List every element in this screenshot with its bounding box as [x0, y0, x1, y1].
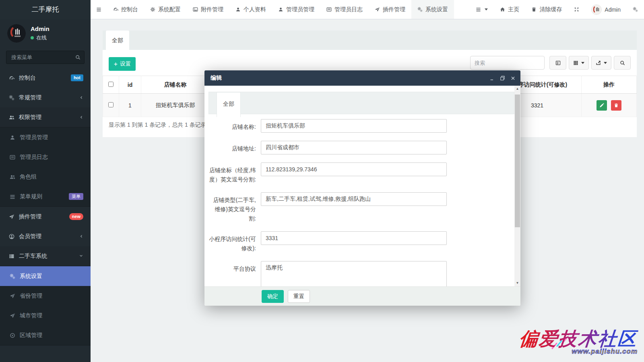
user-status: 在线 — [36, 34, 47, 41]
columns-dropdown-button[interactable] — [569, 56, 589, 70]
reset-button[interactable]: 重置 — [288, 290, 310, 303]
gauge-icon — [113, 7, 118, 12]
nav-tab-system-settings[interactable]: 系统设置 — [411, 0, 454, 19]
nav-tab-profile[interactable]: 个人资料 — [229, 0, 272, 19]
modal-title: 编辑 — [211, 74, 222, 82]
search-icon — [75, 55, 80, 60]
avatar — [591, 4, 602, 15]
sidebar-item-admin-manage[interactable]: 管理员管理 — [0, 128, 91, 147]
sidebar-toggle-button[interactable] — [91, 0, 107, 19]
bars-icon — [476, 7, 481, 12]
nav-clear-cache-button[interactable]: 清除缓存 — [525, 0, 568, 19]
shop-types-input[interactable] — [261, 192, 447, 206]
shop-coords-input[interactable] — [261, 162, 447, 176]
watermark-title: 偏爱技术社区 — [518, 329, 638, 348]
caret-down-icon — [485, 8, 488, 10]
edit-form: 店铺名称: 店铺地址: 店铺坐标（经度,纬度）英文逗号分割: 店铺类型(二手车,… — [208, 114, 514, 286]
minimize-icon[interactable] — [489, 76, 495, 81]
nav-tab-admin-log[interactable]: 管理员日志 — [320, 0, 369, 19]
th-list-icon — [9, 253, 14, 259]
close-icon[interactable] — [510, 76, 516, 81]
row-checkbox[interactable] — [108, 102, 114, 107]
user-icon — [235, 7, 241, 12]
sidebar-item-system-settings[interactable]: 系统设置 — [0, 266, 91, 286]
sidebar-item-role-group[interactable]: 角色组 — [0, 167, 91, 187]
sidebar-item-dashboard[interactable]: 控制台 hot — [0, 68, 91, 88]
modal-footer: 确定 重置 — [204, 286, 520, 306]
confirm-button[interactable]: 确定 — [262, 290, 284, 303]
sidebar-item-menu-rules[interactable]: 菜单规则 菜单 — [0, 187, 91, 206]
nav-settings-button[interactable] — [627, 0, 644, 19]
add-settings-button[interactable]: 设置 — [109, 57, 136, 71]
select-all-header — [103, 76, 119, 94]
columns-grid-icon — [573, 60, 578, 66]
toggle-detail-view-button[interactable] — [549, 56, 566, 70]
user-circle-icon — [9, 234, 14, 239]
search-toggle-button[interactable] — [614, 56, 631, 70]
nav-tab-attachments[interactable]: 附件管理 — [187, 0, 229, 19]
avatar — [7, 24, 26, 43]
hamburger-icon — [96, 7, 101, 12]
caret-down-icon — [604, 62, 607, 64]
delete-row-button[interactable] — [611, 100, 621, 111]
caret-down-icon — [581, 62, 584, 64]
scrollbar-thumb[interactable] — [515, 95, 520, 227]
menu-badge: 菜单 — [69, 193, 83, 200]
permissions-submenu: 管理员管理 管理员日志 角色组 菜单规则 菜单 — [0, 127, 91, 207]
scroll-down-arrow[interactable]: ▼ — [514, 280, 520, 286]
modal-tabstrip: 全部 — [208, 92, 514, 114]
table-search-input[interactable] — [470, 56, 545, 70]
sidebar-item-plugins[interactable]: 插件管理 new — [0, 207, 91, 226]
nav-home-button[interactable]: 主页 — [494, 0, 525, 19]
export-dropdown-button[interactable] — [591, 56, 611, 70]
nav-tab-admin-manage[interactable]: 管理员管理 — [272, 0, 320, 19]
paper-plane-icon — [10, 293, 15, 299]
gears-icon — [633, 7, 638, 12]
sidebar-item-permissions[interactable]: 权限管理 — [0, 107, 91, 127]
paper-plane-icon — [10, 313, 15, 319]
modal-scrollbar[interactable]: ▲ ▼ — [514, 86, 520, 286]
records-summary: 显示第 1 到第 1 条记录，总共 1 条记录 — [109, 121, 206, 129]
gear-icon — [150, 7, 155, 12]
sidebar-item-admin-log[interactable]: 管理员日志 — [0, 147, 91, 167]
sidebar-item-region[interactable]: 区域管理 — [0, 325, 91, 345]
maximize-icon[interactable] — [500, 76, 505, 81]
field-label-shop-coords: 店铺坐标（经度,纬度）英文逗号分割: — [208, 162, 261, 184]
nav-tab-plugins[interactable]: 插件管理 — [369, 0, 411, 19]
list-icon — [10, 154, 15, 160]
user-icon — [10, 135, 15, 140]
edit-modal: 编辑 全部 店铺名称: 店铺地址: 店铺坐标（经度,纬度）英文逗号分割: — [204, 70, 520, 306]
edit-row-button[interactable] — [597, 100, 607, 111]
select-all-checkbox[interactable] — [108, 82, 114, 87]
sidebar-search — [6, 51, 85, 64]
sidebar-item-general[interactable]: 常规管理 — [0, 88, 91, 107]
visit-stat-input[interactable] — [261, 231, 447, 245]
field-label-shop-address: 店铺地址: — [208, 141, 261, 153]
trash-icon — [614, 103, 619, 108]
nav-tab-system-config[interactable]: 系统配置 — [144, 0, 187, 19]
online-status-dot — [31, 36, 34, 39]
shop-address-input[interactable] — [261, 141, 447, 154]
nav-user-menu[interactable]: Admin — [585, 0, 627, 19]
scroll-up-arrow[interactable]: ▲ — [514, 86, 520, 92]
shop-name-input[interactable] — [261, 119, 447, 133]
user-panel: Admin 在线 — [0, 19, 91, 48]
tab-all[interactable]: 全部 — [106, 31, 129, 50]
nav-tabs-dropdown[interactable] — [470, 0, 494, 19]
chevron-left-icon — [79, 95, 83, 101]
modal-tab-all[interactable]: 全部 — [217, 92, 241, 117]
sidebar-search-input[interactable] — [6, 51, 85, 64]
sidebar-item-usedcar-system[interactable]: 二手车系统 — [0, 246, 91, 266]
gears-icon — [10, 274, 15, 279]
field-label-visit-stat: 小程序访问统计(可修改): — [208, 231, 261, 253]
col-header-name: 店铺名称 — [141, 76, 210, 94]
new-badge: new — [69, 213, 83, 220]
sidebar-item-members[interactable]: 会员管理 — [0, 226, 91, 246]
platform-agreement-textarea[interactable]: 迅摩托 — [261, 261, 447, 286]
nav-fullscreen-button[interactable] — [568, 0, 585, 19]
sidebar-item-province[interactable]: 省份管理 — [0, 286, 91, 306]
plus-icon — [114, 62, 118, 66]
sidebar-item-city[interactable]: 城市管理 — [0, 306, 91, 325]
nav-tab-dashboard[interactable]: 控制台 — [107, 0, 144, 19]
field-label-shop-types: 店铺类型(二手车,维修)英文逗号分割: — [208, 192, 261, 223]
